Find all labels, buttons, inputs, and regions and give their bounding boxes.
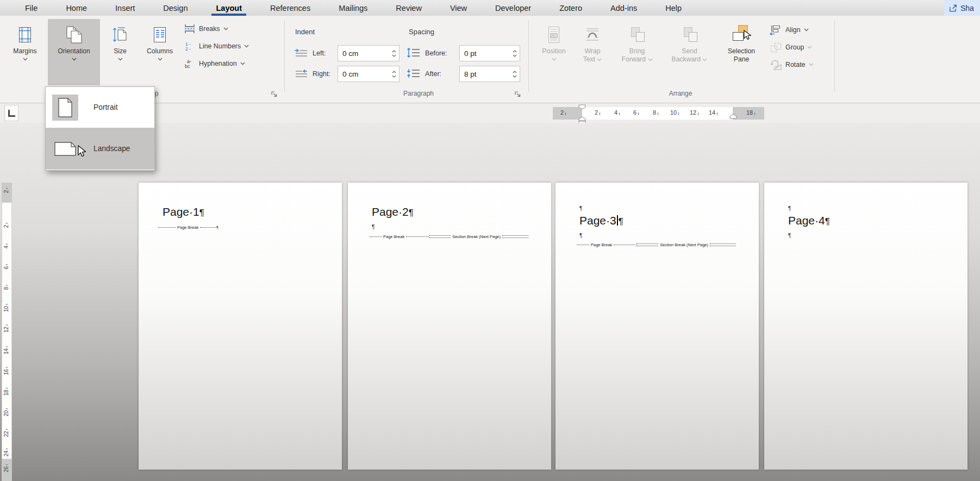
indent-right-input[interactable]: 0 cm — [338, 66, 400, 82]
spacing-before-label: Before: — [425, 49, 447, 57]
orientation-dropdown-menu: Portrait Landscape — [45, 86, 155, 171]
tab-file[interactable]: File — [11, 0, 52, 16]
arrange-group-label: Arrange — [626, 90, 735, 97]
spacing-after-input[interactable]: 8 pt — [459, 66, 520, 82]
wrap-text-icon — [584, 22, 601, 47]
indent-right-label: Right: — [313, 70, 330, 78]
tab-help[interactable]: Help — [651, 0, 696, 16]
group-icon — [770, 42, 782, 53]
chevron-down-icon — [597, 58, 602, 61]
spinner-down-icon — [513, 54, 517, 57]
spinner-down-icon — [392, 75, 396, 78]
spinner-down-icon — [513, 75, 517, 78]
indent-left-label: Left: — [313, 49, 326, 57]
chevron-down-icon — [23, 58, 28, 61]
spinner-buttons[interactable] — [510, 71, 520, 78]
orientation-icon — [64, 22, 84, 47]
spinner-buttons[interactable] — [389, 50, 399, 57]
vertical-ruler[interactable]: 2 2 4 6 8 10 12 14 16 18 20 22 24 26 — [2, 183, 12, 481]
page-title: Page·3¶ — [579, 214, 623, 227]
tab-view[interactable]: View — [436, 0, 481, 16]
document-canvas[interactable]: 2 2 4 6 8 10 12 14 16 18 20 22 24 26 Pag… — [0, 123, 980, 481]
tab-mailings[interactable]: Mailings — [324, 0, 382, 16]
paragraph-mark: ¶ — [788, 233, 791, 239]
section-break-mark: Page Break Section Break (Next Page) — [577, 242, 736, 247]
left-tab-icon — [8, 110, 15, 117]
group-separator — [284, 20, 285, 92]
breaks-icon — [184, 24, 196, 34]
hyphenation-button[interactable]: a- bc Hyphenation — [184, 55, 249, 72]
paragraph-mark: ¶ — [579, 205, 582, 211]
tab-add-ins[interactable]: Add-ins — [596, 0, 651, 16]
position-icon — [546, 22, 561, 47]
spacing-before-icon — [407, 47, 421, 58]
paragraph-mark: ¶ — [372, 224, 374, 230]
spinner-up-icon — [392, 50, 396, 53]
columns-button[interactable]: Columns — [139, 19, 180, 85]
page-4[interactable]: ¶ Page·4¶ ¶ — [764, 183, 967, 470]
tab-layout[interactable]: Layout — [202, 0, 256, 16]
spinner-down-icon — [392, 54, 396, 57]
vruler-top-margin: 2 — [2, 183, 12, 202]
paragraph-dialog-launcher[interactable] — [514, 91, 521, 98]
tab-review[interactable]: Review — [382, 0, 436, 16]
margins-button[interactable]: Margins — [4, 19, 46, 85]
breaks-button[interactable]: Breaks — [184, 20, 249, 38]
size-button[interactable]: Size — [103, 19, 137, 85]
spacing-title: Spacing — [409, 28, 434, 36]
page-2[interactable]: Page·2¶ ¶ Page Break Section Break (Next… — [348, 183, 551, 470]
indent-right-icon — [294, 70, 308, 79]
bring-forward-icon — [628, 22, 646, 47]
indent-title: Indent — [295, 28, 315, 36]
page-setup-dialog-launcher[interactable] — [271, 91, 278, 98]
section-break-mark: Page Break Section Break (Next Page) — [370, 234, 528, 239]
horizontal-ruler[interactable]: 2 2 4 6 8 10 12 14 18 — [553, 107, 764, 120]
chevron-down-icon — [158, 58, 163, 61]
size-icon — [112, 22, 128, 47]
hyphenation-icon: a- bc — [184, 59, 196, 68]
menu-item-portrait[interactable]: Portrait — [46, 87, 154, 128]
tab-design[interactable]: Design — [149, 0, 202, 16]
menu-item-landscape[interactable]: Landscape — [46, 128, 154, 170]
portrait-icon — [52, 95, 78, 121]
svg-text:2 -: 2 - — [185, 46, 191, 51]
tab-developer[interactable]: Developer — [481, 0, 545, 16]
bring-forward-button: Bring Forward — [612, 19, 662, 85]
text-cursor — [617, 215, 618, 226]
ribbon-tab-bar: File Home Insert Design Layout Reference… — [0, 0, 980, 16]
share-label: Sha — [960, 4, 974, 13]
orientation-button[interactable]: Orientation — [48, 19, 100, 85]
chevron-down-icon — [807, 46, 812, 49]
ruler-left-margin: 2 — [553, 107, 582, 120]
paragraph-group-label: Paragraph — [364, 90, 473, 97]
page-3[interactable]: ¶ Page·3¶ ¶ Page Break Section Break (Ne… — [555, 183, 759, 470]
indent-left-icon — [294, 49, 308, 58]
send-backward-button: Send Backward — [663, 19, 716, 85]
tab-references[interactable]: References — [256, 0, 324, 16]
columns-icon — [152, 22, 168, 47]
position-button: Position — [536, 19, 572, 85]
line-numbers-button[interactable]: 1 - 2 - Line Numbers — [184, 38, 249, 55]
ruler-right-margin: 18 — [733, 107, 764, 120]
chevron-down-icon — [648, 58, 653, 61]
spacing-before-input[interactable]: 0 pt — [459, 45, 520, 61]
selection-pane-button[interactable]: Selection Pane — [717, 19, 765, 85]
tab-home[interactable]: Home — [52, 0, 101, 16]
first-line-indent-marker[interactable] — [578, 104, 586, 110]
chevron-down-icon — [240, 62, 245, 65]
indent-left-input[interactable]: 0 cm — [338, 45, 400, 61]
chevron-down-icon — [552, 58, 557, 61]
spinner-buttons[interactable] — [389, 71, 399, 78]
tab-zotero[interactable]: Zotero — [545, 0, 596, 16]
share-button[interactable]: Sha — [944, 0, 980, 16]
spinner-up-icon — [513, 50, 517, 53]
margins-icon — [17, 22, 33, 47]
tab-insert[interactable]: Insert — [101, 0, 149, 16]
spacing-after-icon — [407, 68, 421, 79]
wrap-text-button: Wrap Text — [574, 19, 611, 85]
right-indent-marker[interactable] — [729, 114, 737, 120]
tab-stop-selector[interactable] — [4, 105, 18, 121]
page-1[interactable]: Page·1¶ Page Break ¶ — [139, 183, 342, 470]
spinner-buttons[interactable] — [510, 50, 520, 57]
align-button[interactable]: Align — [770, 21, 814, 39]
